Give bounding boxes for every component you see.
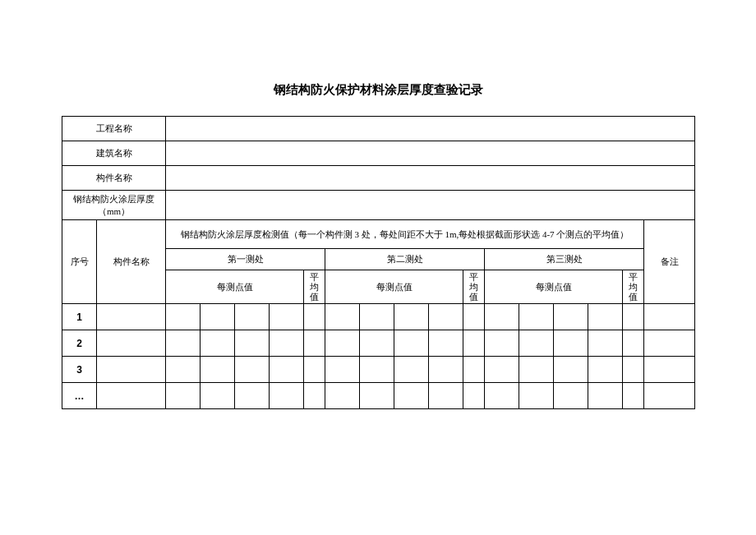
cell (201, 304, 235, 330)
cell (554, 357, 588, 383)
cell (235, 304, 270, 330)
cell-seq: … (62, 383, 97, 409)
cell (588, 383, 623, 409)
cell (270, 357, 304, 383)
cell (235, 357, 270, 383)
header-note: 钢结构防火涂层厚度检测值（每一个构件测 3 处，每处间距不大于 1m,每处根据截… (166, 220, 644, 249)
table-row: 3 (62, 357, 695, 383)
table-row: … (62, 383, 695, 409)
cell (519, 357, 554, 383)
label-coating-thickness: 钢结构防火涂层厚度（mm） (62, 191, 166, 220)
cell (429, 330, 463, 357)
cell (429, 304, 463, 330)
cell-seq: 2 (62, 330, 97, 357)
cell (394, 383, 429, 409)
cell (623, 383, 644, 409)
cell (166, 330, 201, 357)
cell (519, 383, 554, 409)
cell (588, 330, 623, 357)
cell (325, 304, 360, 330)
cell (270, 304, 304, 330)
cell (360, 304, 394, 330)
cell (588, 304, 623, 330)
header-avg-2: 平均值 (463, 270, 485, 304)
header-seq: 序号 (62, 220, 97, 304)
cell (644, 304, 695, 330)
cell (554, 383, 588, 409)
cell (463, 330, 485, 357)
cell (429, 357, 463, 383)
value-component-name (166, 166, 695, 191)
header-section3: 第三测处 (485, 249, 644, 270)
cell (360, 383, 394, 409)
cell (166, 357, 201, 383)
cell (623, 357, 644, 383)
cell (304, 357, 325, 383)
cell (201, 383, 235, 409)
cell (97, 304, 166, 330)
cell (463, 357, 485, 383)
cell (623, 304, 644, 330)
cell (429, 383, 463, 409)
cell (97, 357, 166, 383)
cell (623, 330, 644, 357)
cell (304, 330, 325, 357)
cell (644, 330, 695, 357)
cell-seq: 3 (62, 357, 97, 383)
cell (325, 383, 360, 409)
label-component-name: 构件名称 (62, 166, 166, 191)
cell (394, 330, 429, 357)
header-component-name: 构件名称 (97, 220, 166, 304)
header-section1: 第一测处 (166, 249, 325, 270)
cell (235, 383, 270, 409)
cell (394, 304, 429, 330)
value-building-name (166, 141, 695, 166)
cell (235, 330, 270, 357)
cell (304, 304, 325, 330)
cell (270, 383, 304, 409)
header-points-3: 每测点值 (485, 270, 623, 304)
cell (394, 357, 429, 383)
cell (463, 383, 485, 409)
label-building-name: 建筑名称 (62, 141, 166, 166)
cell (519, 304, 554, 330)
cell (360, 330, 394, 357)
cell (554, 330, 588, 357)
cell (644, 357, 695, 383)
cell (485, 357, 519, 383)
label-project-name: 工程名称 (62, 117, 166, 141)
cell (485, 330, 519, 357)
cell (166, 304, 201, 330)
cell (325, 357, 360, 383)
cell-seq: 1 (62, 304, 97, 330)
cell (201, 357, 235, 383)
cell (519, 330, 554, 357)
header-avg-3: 平均值 (623, 270, 644, 304)
cell (360, 357, 394, 383)
cell (201, 330, 235, 357)
header-remark: 备注 (644, 220, 695, 304)
header-points-1: 每测点值 (166, 270, 304, 304)
cell (270, 330, 304, 357)
cell (485, 304, 519, 330)
header-points-2: 每测点值 (325, 270, 463, 304)
table-row: 2 (62, 330, 695, 357)
document-title: 钢结构防火保护材料涂层厚度查验记录 (62, 82, 694, 98)
header-avg-1: 平均值 (304, 270, 325, 304)
table-row: 1 (62, 304, 695, 330)
cell (554, 304, 588, 330)
cell (97, 330, 166, 357)
cell (644, 383, 695, 409)
cell (166, 383, 201, 409)
cell (97, 383, 166, 409)
value-project-name (166, 117, 695, 141)
header-section2: 第二测处 (325, 249, 485, 270)
cell (304, 383, 325, 409)
cell (325, 330, 360, 357)
cell (485, 383, 519, 409)
cell (463, 304, 485, 330)
cell (588, 357, 623, 383)
value-coating-thickness (166, 191, 695, 220)
inspection-table: 工程名称 建筑名称 构件名称 钢结构防火涂层厚度（mm） 序号 构件名称 钢结构… (62, 116, 695, 409)
